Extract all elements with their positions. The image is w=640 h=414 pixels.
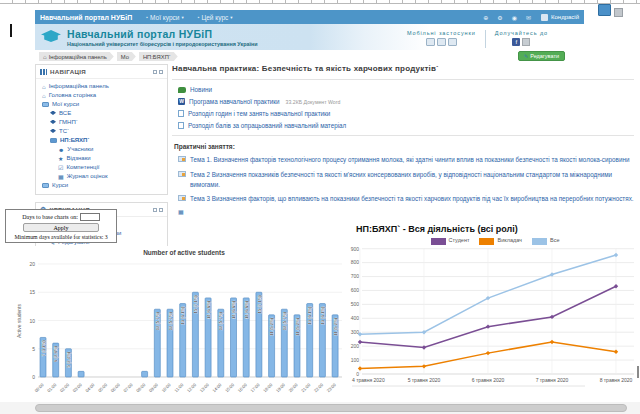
comment-marker-icon[interactable] bbox=[598, 4, 611, 16]
sidebar-item[interactable]: ГМНП` bbox=[38, 118, 165, 127]
menu-label: Цей курс bbox=[201, 14, 228, 21]
youtube-icon[interactable] bbox=[522, 38, 530, 46]
x-tick-label: 22:00 bbox=[313, 382, 325, 394]
vertical-scrollbar-thumb[interactable] bbox=[637, 366, 639, 378]
x-tick-label: 19:00 bbox=[275, 382, 287, 394]
sidebar-item[interactable]: ☑Компетенції bbox=[38, 163, 165, 172]
topic-link[interactable]: Тема 3 Визначення факторів, що впливають… bbox=[178, 194, 634, 204]
y-tick-label: 0 bbox=[356, 371, 359, 377]
minimum-days-note: Minimum days available for statistics: 3 bbox=[8, 234, 114, 240]
badge-icon: ★ bbox=[58, 156, 63, 162]
chart-bars-icon bbox=[40, 69, 47, 75]
avatar[interactable] bbox=[541, 14, 548, 21]
bar-value-label: 11 (5.2%) bbox=[295, 317, 300, 335]
y-tick-label: 800 bbox=[351, 259, 360, 265]
x-tick-label: 20:00 bbox=[288, 382, 300, 394]
sidebar-item-label: Учасники bbox=[67, 146, 93, 153]
sidebar-item-label: Компетенції bbox=[66, 164, 99, 171]
portal-brand[interactable]: Навчальний портал НУБіП bbox=[40, 14, 132, 21]
sidebar-item-label: НП:БЯХП` bbox=[60, 137, 89, 144]
breadcrumb-item[interactable]: ⌂Інформаційна панель bbox=[39, 52, 114, 61]
data-marker bbox=[486, 351, 490, 355]
join-us-label: Долучайтесь до bbox=[495, 30, 548, 36]
folder-icon bbox=[42, 183, 49, 188]
site-title: Навчальний портал НУБіП bbox=[67, 28, 258, 40]
legend-label: Все bbox=[550, 237, 559, 243]
chevron-down-icon: ▾ bbox=[230, 15, 232, 20]
legend-swatch bbox=[479, 238, 494, 245]
google-play-icon[interactable] bbox=[437, 38, 446, 46]
x-tick-label: 16:00 bbox=[237, 382, 249, 394]
bar-value-label: 14 (6.6%) bbox=[244, 300, 249, 319]
sidebar-item[interactable]: ⌂Головна сторінка bbox=[38, 91, 165, 100]
book-icon: ▪ bbox=[198, 14, 200, 20]
breadcrumb-label: НП:БЯХП` bbox=[143, 54, 171, 60]
bell-icon[interactable]: ◉ bbox=[512, 14, 517, 21]
menu-this-course[interactable]: ▪ Цей курс ▾ bbox=[198, 14, 233, 21]
topbar: Навчальний портал НУБіП ▪ Мої курси ▾ ▪ … bbox=[35, 10, 584, 24]
x-tick-label: 01:00 bbox=[46, 382, 58, 394]
move-dock-icon[interactable] bbox=[153, 70, 157, 74]
topic-link[interactable]: Тема 1. Визначення факторів технологічно… bbox=[178, 155, 634, 165]
bar-value-label: 12 (5.7%) bbox=[168, 312, 173, 331]
days-input-label: Days to base charts on: bbox=[22, 214, 78, 220]
resource-link[interactable]: Новини bbox=[178, 86, 634, 93]
sidebar-item[interactable]: НП:БЯХП` bbox=[38, 136, 165, 145]
chat-icon[interactable]: ✉ bbox=[526, 14, 531, 21]
sidebar-item[interactable]: ⌂Інформаційна панель bbox=[38, 82, 165, 91]
sidebar-item[interactable]: ★Відзнаки bbox=[38, 154, 165, 163]
sidebar-item-label: Журнал оцінок bbox=[67, 173, 108, 180]
y-tick-label: 900 bbox=[351, 246, 360, 252]
data-marker bbox=[614, 350, 618, 354]
plus-icon[interactable]: ⊕ bbox=[483, 14, 488, 21]
topic-link[interactable]: Тема 2 Визначення показників безпечності… bbox=[178, 170, 634, 190]
breadcrumb: ⌂Інформаційна панельМоНП:БЯХП` ✎ Редагув… bbox=[35, 50, 640, 63]
bar-value-label: 12 (5.7%) bbox=[155, 312, 160, 331]
legend-swatch bbox=[431, 238, 446, 245]
course-icon bbox=[50, 111, 56, 117]
sidebar-item[interactable]: Курси bbox=[38, 181, 165, 190]
edit-button[interactable]: ✎ Редагувати bbox=[518, 51, 565, 61]
app-store-icon[interactable] bbox=[426, 38, 435, 46]
menu-my-courses[interactable]: ▪ Мої курси ▾ bbox=[146, 14, 183, 21]
sidebar-item[interactable]: ▦Журнал оцінок bbox=[38, 172, 165, 181]
hide-dock-icon[interactable] bbox=[159, 208, 163, 212]
assignment-icon bbox=[178, 171, 186, 177]
course-icon bbox=[50, 129, 56, 135]
stats-settings-overlay: Days to base charts on: Apply Minimum da… bbox=[5, 209, 117, 243]
horizontal-scrollbar-thumb[interactable] bbox=[35, 404, 627, 412]
x-tick-label: 00:00 bbox=[34, 382, 46, 394]
app-gallery-icon[interactable] bbox=[448, 38, 457, 46]
hide-dock-icon[interactable] bbox=[159, 70, 163, 74]
breadcrumb-item[interactable]: Мо bbox=[117, 52, 136, 61]
x-tick-label: 7 травня 2020 bbox=[536, 377, 569, 383]
breadcrumb-item[interactable]: НП:БЯХП` bbox=[139, 52, 178, 61]
sidebar-item[interactable]: ВСЕ bbox=[38, 109, 165, 118]
user-name[interactable]: Кондрасій bbox=[551, 14, 579, 20]
y-tick-label: 500 bbox=[351, 301, 360, 307]
resource-link[interactable]: Розподіл годин і тем занять навчальної п… bbox=[178, 110, 634, 117]
gear-icon[interactable]: ⚙ bbox=[497, 14, 502, 21]
anchor-marker-icon[interactable] bbox=[614, 8, 623, 17]
bar-value-label: 15 (7.1%) bbox=[257, 295, 262, 314]
apply-button[interactable]: Apply bbox=[23, 223, 99, 232]
sidebar-item[interactable]: Мої курси bbox=[38, 100, 165, 109]
sidebar-item[interactable]: ☻Учасники bbox=[38, 145, 165, 154]
bar-value-label: 15 (7.1%) bbox=[193, 295, 198, 314]
sidebar-item[interactable]: ТС` bbox=[38, 127, 165, 136]
resource-link[interactable]: Розподіл балів за опрацьований навчальни… bbox=[178, 122, 634, 129]
facebook-icon[interactable]: f bbox=[512, 38, 520, 46]
participants-icon: ☻ bbox=[58, 147, 64, 153]
x-tick-label: 05:00 bbox=[97, 382, 109, 394]
bar bbox=[142, 371, 148, 377]
days-input[interactable] bbox=[80, 213, 100, 221]
resource-link[interactable]: WПрограма навчальної практики33.2КБ Доку… bbox=[178, 98, 634, 105]
x-tick-label: 10:00 bbox=[161, 382, 173, 394]
bar-value-label: 7 (3.3%) bbox=[41, 340, 46, 356]
bar-value-label: 11 (5.2%) bbox=[333, 317, 338, 335]
sidebar-item-label: Інформаційна панель bbox=[49, 83, 109, 90]
x-tick-label: 02:00 bbox=[59, 382, 71, 394]
horizontal-scrollbar-track bbox=[0, 402, 640, 414]
bar-value-label: 13 (6.1%) bbox=[320, 306, 325, 325]
move-dock-icon[interactable] bbox=[153, 208, 157, 212]
